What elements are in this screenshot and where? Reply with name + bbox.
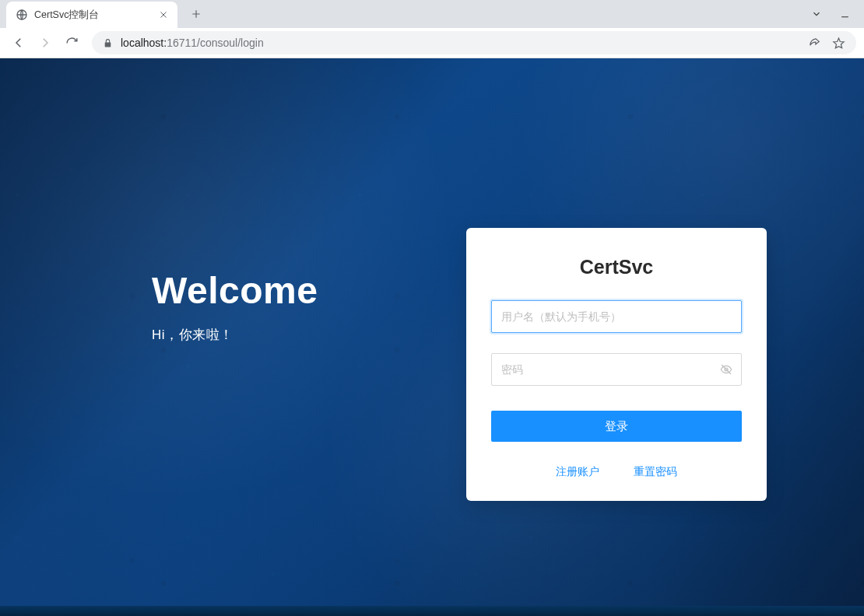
address-bar[interactable]: localhost:16711/consoul/login xyxy=(92,31,856,54)
password-field-wrapper xyxy=(491,353,742,386)
back-button[interactable] xyxy=(8,32,30,54)
username-input[interactable] xyxy=(491,300,742,333)
login-links: 注册账户 重置密码 xyxy=(491,465,742,479)
close-icon[interactable] xyxy=(157,9,170,21)
hero: Welcome Hi，你来啦！ xyxy=(152,269,318,344)
lock-icon xyxy=(103,38,113,48)
register-link[interactable]: 注册账户 xyxy=(556,465,599,479)
reset-password-link[interactable]: 重置密码 xyxy=(634,465,677,479)
forward-button[interactable] xyxy=(34,32,56,54)
url-path: 16711/consoul/login xyxy=(167,37,264,49)
url-host: localhost: xyxy=(121,37,167,49)
browser-tab[interactable]: CertSvc控制台 xyxy=(6,2,177,28)
browser-chrome: CertSvc控制台 xyxy=(0,0,864,58)
hero-subtitle: Hi，你来啦！ xyxy=(152,326,318,344)
new-tab-button[interactable] xyxy=(185,3,207,25)
tab-bar: CertSvc控制台 xyxy=(0,0,864,28)
password-input[interactable] xyxy=(491,353,742,386)
hero-title: Welcome xyxy=(152,269,318,312)
chevron-down-icon[interactable] xyxy=(811,9,822,19)
login-title: CertSvc xyxy=(491,256,742,278)
login-button[interactable]: 登录 xyxy=(491,411,742,442)
browser-toolbar: localhost:16711/consoul/login xyxy=(0,28,864,58)
minimize-icon[interactable] xyxy=(839,9,850,19)
star-icon[interactable] xyxy=(832,37,845,50)
tab-title: CertSvc控制台 xyxy=(34,9,99,22)
username-field-wrapper xyxy=(491,300,742,333)
window-controls xyxy=(811,9,864,19)
globe-icon xyxy=(16,9,28,21)
address-bar-actions xyxy=(808,37,845,50)
page-content: Welcome Hi，你来啦！ CertSvc 登录 注册账户 重置密码 xyxy=(0,58,864,616)
reload-button[interactable] xyxy=(61,32,83,54)
share-icon[interactable] xyxy=(808,37,821,50)
login-card: CertSvc 登录 注册账户 重置密码 xyxy=(466,228,767,501)
eye-off-icon[interactable] xyxy=(720,363,732,376)
